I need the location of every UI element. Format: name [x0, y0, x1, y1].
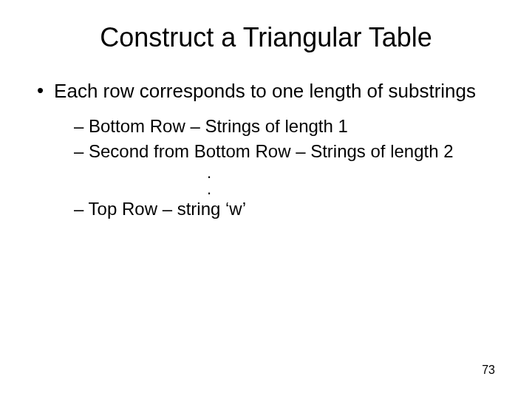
- sub-list: – Bottom Row – Strings of length 1 – Sec…: [74, 115, 495, 222]
- sub-item-1: – Bottom Row – Strings of length 1: [74, 115, 495, 138]
- ellipsis-dot-2: .: [207, 181, 495, 197]
- sub-item-3: – Top Row – string ‘w’: [74, 197, 495, 221]
- sub-item-2: – Second from Bottom Row – Strings of le…: [74, 140, 495, 163]
- slide-title: Construct a Triangular Table: [37, 22, 495, 53]
- bullet-marker: •: [37, 79, 44, 102]
- ellipsis-dot-1: .: [207, 165, 495, 181]
- main-bullet-row: • Each row corresponds to one length of …: [37, 79, 495, 103]
- page-number: 73: [482, 364, 495, 377]
- main-bullet-text: Each row corresponds to one length of su…: [54, 79, 495, 103]
